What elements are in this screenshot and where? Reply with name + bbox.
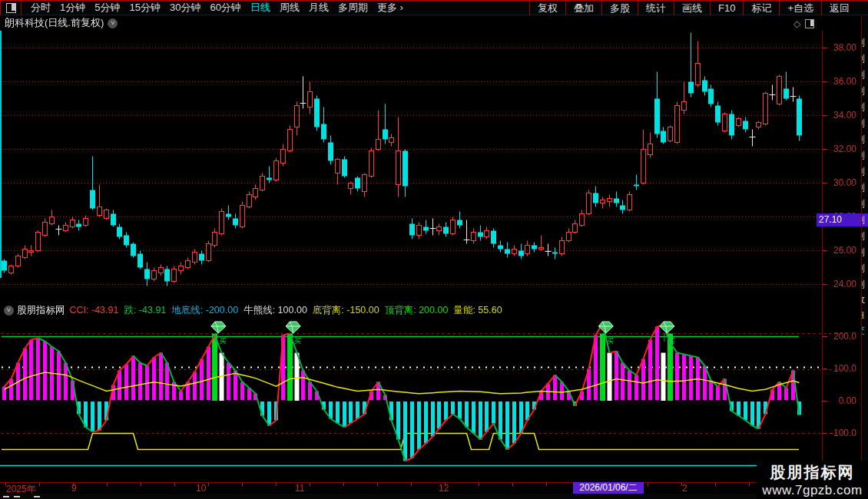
clipped-glyph: 划 — [861, 101, 868, 114]
date-label: 2 — [682, 483, 687, 494]
date-label: 11 — [295, 483, 304, 494]
indicator-axis-label: 100.0 — [812, 363, 856, 374]
price-axis-label: 34.00 — [817, 110, 856, 121]
clipped-glyph: 划 — [861, 68, 868, 81]
clipped-glyph: 划 — [861, 181, 868, 194]
clipped-glyph: 划 — [861, 213, 868, 226]
period-tab-1分钟[interactable]: 1分钟 — [60, 2, 85, 13]
indicator-field: CCI: -43.91 — [70, 305, 119, 316]
clipped-glyph: 1 — [861, 356, 868, 367]
price-axis-label: 30.00 — [817, 177, 856, 188]
indicator-field: 牛熊线: 100.00 — [244, 305, 307, 316]
indicator-source: 股朋指标网 — [17, 304, 65, 317]
price-axis-label: 38.00 — [817, 42, 856, 53]
chart-canvas[interactable] — [0, 0, 868, 499]
collapse-indicator-icon[interactable]: ˅ — [4, 306, 14, 316]
price-axis-label: 26.00 — [817, 245, 856, 256]
clipped-glyph: 划 — [861, 84, 868, 97]
clipped-glyph: 收 — [861, 293, 868, 306]
period-tab-15分钟[interactable]: 15分钟 — [129, 2, 160, 13]
period-tab-5分钟[interactable]: 5分钟 — [94, 2, 120, 13]
tdx-stock-app: { "toolbar": { "left_items": [ {"label":… — [0, 0, 868, 499]
indicator-axis-label: 0.00 — [812, 395, 856, 406]
period-tab-更多 ›[interactable]: 更多 › — [377, 2, 403, 13]
clipped-glyph: 划 — [861, 262, 868, 275]
title-bar: 朗科科技(日线.前复权) ˅ — [0, 15, 868, 31]
diamond-icon[interactable]: ◇ — [793, 18, 800, 29]
indicator-field: 地底线: -200.00 — [171, 305, 238, 316]
tool-button-复权[interactable]: 复权 — [529, 1, 565, 15]
tools-menu: 复权叠加多股统计画线F10标记+自选返回 — [529, 1, 857, 15]
clipped-glyph: 划 — [861, 149, 868, 162]
clipped-glyph: 1 — [861, 372, 868, 383]
layout-split-icon[interactable] — [6, 3, 16, 13]
period-tab-月线[interactable]: 月线 — [309, 2, 329, 13]
period-tab-分时[interactable]: 分时 — [31, 2, 51, 13]
watermark-site-name: 股朋指标网 — [757, 462, 868, 483]
period-tab-多周期[interactable]: 多周期 — [338, 2, 368, 13]
indicator-values: CCI: -43.91跌: -43.91地底线: -200.00牛熊线: 100… — [70, 304, 508, 317]
date-highlight: 2026/01/06/二 — [573, 482, 644, 494]
clipped-glyph: 1 — [861, 340, 868, 351]
stock-title: 朗科科技(日线.前复权) — [5, 16, 104, 30]
indicator-axis-label: 200.0 — [812, 331, 856, 342]
clipped-glyph: 1 — [861, 437, 868, 448]
bottom-clipped-row — [0, 494, 868, 499]
clipped-glyph: 划 — [861, 165, 868, 178]
panel-toggle-icon[interactable] — [805, 19, 814, 28]
indicator-axis-label: -100.0 — [812, 428, 856, 438]
tool-button-返回[interactable]: 返回 — [821, 1, 857, 15]
clipped-glyph: 交 — [861, 324, 868, 337]
period-menu: 分时1分钟5分钟15分钟30分钟60分钟日线周线月线多周期更多 › — [26, 1, 408, 15]
period-tab-日线[interactable]: 日线 — [250, 2, 270, 13]
indicator-legend: ˅ 股朋指标网 CCI: -43.91跌: -43.91地底线: -200.00… — [0, 302, 814, 318]
chevron-down-icon[interactable]: ˅ — [108, 18, 118, 28]
tool-button-画线[interactable]: 画线 — [674, 1, 710, 15]
clipped-glyph: 划 — [861, 36, 868, 49]
period-tab-周线[interactable]: 周线 — [280, 2, 300, 13]
clipped-glyph: 划 — [861, 117, 868, 130]
date-label: 10 — [196, 483, 206, 494]
price-axis-label: 36.00 — [817, 76, 856, 87]
right-side-panel-clipped[interactable]: 划划划划划划划划划划划划划划划划收自交11111111 — [861, 16, 868, 499]
clipped-glyph: 1 — [861, 421, 868, 431]
tool-button-叠加[interactable]: 叠加 — [565, 1, 601, 15]
tool-button-统计[interactable]: 统计 — [638, 1, 674, 15]
date-label: 9 — [71, 483, 77, 494]
indicator-field: 顶背离: 200.00 — [385, 305, 449, 316]
clipped-glyph: 划 — [861, 197, 868, 210]
clipped-glyph: 1 — [861, 405, 868, 415]
clipped-glyph: 自 — [861, 309, 868, 322]
title-bar-icons: ◇ — [793, 18, 814, 29]
tool-button-+自选[interactable]: +自选 — [779, 1, 821, 15]
clipped-glyph: 划 — [861, 246, 868, 259]
clipped-glyph: 1 — [861, 388, 868, 399]
indicator-field: 量能: 55.60 — [453, 305, 502, 316]
indicator-field: 跌: -43.91 — [124, 305, 166, 316]
clipped-glyph: 划 — [861, 278, 868, 291]
watermark-url: www.7gpzb.com — [757, 483, 868, 498]
period-tab-30分钟[interactable]: 30分钟 — [170, 2, 200, 13]
tool-button-F10[interactable]: F10 — [710, 1, 743, 15]
date-axis[interactable]: 2026/01/06/二 2025年91011122 — [0, 482, 868, 494]
watermark: 股朋指标网 www.7gpzb.com — [757, 461, 868, 499]
price-tag: 27.10 — [817, 213, 861, 226]
date-label: 12 — [439, 483, 449, 494]
tool-button-多股[interactable]: 多股 — [601, 1, 638, 15]
indicator-field: 底背离: -150.00 — [313, 305, 379, 316]
price-axis-label: 24.00 — [817, 279, 856, 289]
top-menu-bar: 分时1分钟5分钟15分钟30分钟60分钟日线周线月线多周期更多 › 复权叠加多股… — [0, 0, 868, 15]
toolbar-divider — [21, 1, 22, 15]
clipped-text-fragment — [34, 496, 40, 497]
period-tab-60分钟[interactable]: 60分钟 — [210, 2, 240, 13]
clipped-text-fragment — [14, 496, 20, 497]
clipped-glyph: 划 — [861, 230, 868, 243]
price-axis-label: 32.00 — [817, 144, 856, 154]
clipped-glyph: 划 — [861, 52, 868, 65]
clipped-glyph: 划 — [861, 133, 868, 146]
clipped-text-fragment — [3, 496, 9, 497]
tool-button-标记[interactable]: 标记 — [743, 1, 779, 15]
